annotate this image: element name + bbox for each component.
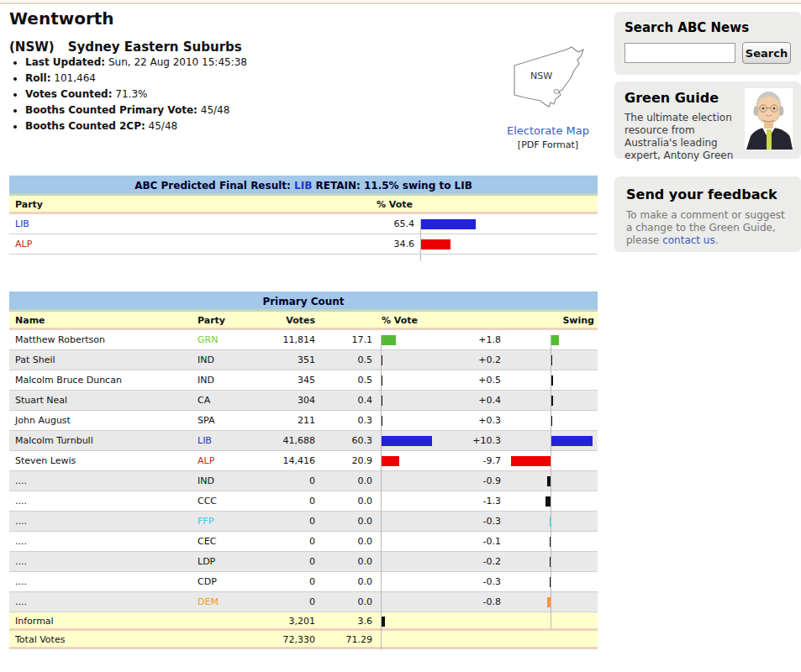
- candidate-name: ....: [15, 552, 27, 572]
- swing-bar: [545, 496, 551, 507]
- primary-table-header: Name Party Votes % Vote Swing: [9, 312, 598, 330]
- detail-last-updated: Last Updated: Sun, 22 Aug 2010 15:45:38: [25, 57, 247, 68]
- region-label: Sydney Eastern Suburbs: [68, 39, 242, 55]
- col-party: Party: [198, 312, 225, 330]
- col-vote: % Vote: [377, 196, 413, 214]
- col-swing: Swing: [514, 312, 594, 330]
- party-label: CCC: [198, 491, 217, 512]
- search-panel-title: Search ABC News: [624, 20, 791, 35]
- pct-bar: [382, 375, 382, 386]
- electorate-map-link[interactable]: Electorate Map: [503, 124, 593, 137]
- swing-bar: [550, 577, 551, 587]
- swing-bar: [547, 597, 551, 607]
- table-row: Stuart Neal CA 304 0.4 +0.4: [9, 391, 598, 411]
- votes-value: 72,330: [245, 631, 315, 649]
- swing-value: -0.3: [421, 512, 501, 532]
- candidate-name: Steven Lewis: [15, 451, 76, 471]
- pct-value: 0.0: [329, 471, 372, 491]
- candidate-name: Malcolm Turnbull: [15, 431, 93, 451]
- table-row: .... CCC 0 0.0 -1.3: [9, 491, 598, 512]
- swing-bar: [511, 456, 551, 466]
- pct-bar: [382, 335, 396, 345]
- detail-booths-primary: Booths Counted Primary Vote: 45/48: [25, 105, 247, 116]
- swing-value: -0.9: [421, 471, 501, 491]
- total-label: Total Votes: [15, 631, 65, 649]
- party-label: DEM: [198, 592, 219, 612]
- swing-value: +0.4: [421, 391, 501, 411]
- table-row: Pat Sheil IND 351 0.5 +0.2: [9, 350, 598, 370]
- party-label: ALP: [198, 451, 214, 471]
- pct-value: 0.0: [329, 512, 372, 532]
- swing-value: +0.3: [421, 411, 501, 431]
- detail-votes-counted: Votes Counted: 71.3%: [25, 89, 247, 100]
- votes-value: 0: [245, 532, 315, 552]
- swing-value: +0.5: [421, 370, 501, 391]
- votes-value: 0: [245, 552, 315, 572]
- pct-bar: [421, 239, 451, 249]
- party-label: LIB: [198, 431, 212, 451]
- pct-value: 0.0: [329, 552, 372, 572]
- candidate-name: Malcolm Bruce Duncan: [15, 370, 122, 391]
- votes-value: 345: [245, 370, 315, 391]
- swing-value: +10.3: [421, 431, 501, 451]
- swing-bar: [551, 355, 552, 365]
- page-title: Wentworth: [9, 8, 114, 29]
- pct-value: 20.9: [329, 451, 372, 471]
- informal-row: Informal 3,201 3.6: [9, 612, 598, 631]
- swing-value: -1.3: [421, 491, 501, 512]
- candidate-name: ....: [15, 532, 27, 552]
- table-row: .... CEC 0 0.0 -0.1: [9, 532, 598, 552]
- pct-bar: [382, 416, 382, 426]
- table-row: .... LDP 0 0.0 -0.2: [9, 552, 598, 572]
- swing-bar: [551, 436, 593, 446]
- pct-value: 0.0: [329, 572, 372, 592]
- predicted-row-alp: ALP 34.6: [9, 234, 598, 255]
- swing-value: -0.1: [421, 532, 501, 552]
- candidate-name: ....: [15, 572, 27, 592]
- pct-value: 0.0: [329, 491, 372, 512]
- swing-bar: [551, 416, 552, 426]
- swing-value: +0.2: [421, 350, 501, 370]
- votes-value: 0: [245, 491, 315, 512]
- votes-value: 0: [245, 471, 315, 491]
- predicted-winner-party: LIB: [294, 180, 312, 192]
- party-label: ALP: [15, 234, 32, 255]
- contact-us-link[interactable]: contact us: [662, 234, 715, 246]
- table-row: Malcolm Bruce Duncan IND 345 0.5 +0.5: [9, 370, 598, 391]
- pct-value: 0.5: [329, 370, 372, 391]
- pct-bar: [382, 396, 382, 406]
- search-panel: Search ABC News Search: [614, 12, 801, 75]
- votes-value: 351: [245, 350, 315, 370]
- party-label: GRN: [198, 330, 218, 350]
- swing-bar: [551, 335, 559, 345]
- party-label: CDP: [198, 572, 217, 592]
- swing-value: -0.3: [421, 572, 501, 592]
- pdf-format-note: [PDF Format]: [503, 139, 593, 150]
- state-label: (NSW): [9, 39, 55, 55]
- candidate-name: ....: [15, 491, 27, 512]
- feedback-text: To make a comment or suggest a change to…: [626, 209, 791, 247]
- search-input[interactable]: [624, 43, 735, 63]
- table-row: John August SPA 211 0.3 +0.3: [9, 411, 598, 431]
- pct-value: 34.6: [362, 234, 414, 255]
- pct-bar: [382, 456, 399, 466]
- predicted-table-header: Party % Vote: [9, 196, 598, 214]
- votes-value: 304: [245, 391, 315, 411]
- col-party: Party: [15, 196, 43, 214]
- pct-value: 0.5: [329, 350, 372, 370]
- feedback-panel: Send your feedback To make a comment or …: [614, 176, 801, 252]
- green-guide-panel: Green Guide The ultimate election resour…: [614, 81, 801, 159]
- candidate-name: ....: [15, 471, 27, 491]
- party-label: LDP: [198, 552, 215, 572]
- pct-bar: [382, 355, 382, 365]
- candidate-name: John August: [15, 411, 71, 431]
- votes-value: 41,688: [245, 431, 315, 451]
- party-label: IND: [198, 350, 214, 370]
- search-button[interactable]: Search: [742, 42, 791, 64]
- predicted-result-title: ABC Predicted Final Result: LIB RETAIN: …: [9, 176, 598, 196]
- party-label: IND: [198, 471, 214, 491]
- pct-value: 17.1: [329, 330, 372, 350]
- pct-value: 0.3: [329, 411, 372, 431]
- swing-bar: [551, 375, 553, 386]
- table-row: .... DEM 0 0.0 -0.8: [9, 592, 598, 612]
